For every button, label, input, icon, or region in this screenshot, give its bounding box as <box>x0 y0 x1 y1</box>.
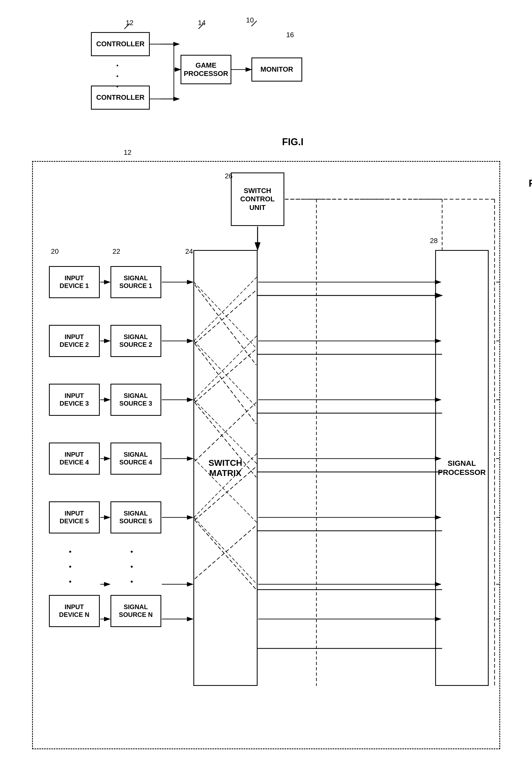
signal-source-1-box: SIGNALSOURCE 1 <box>110 266 161 298</box>
fig2-area: 12 FIG.2 SWITCHCONTROLUNIT 26 SWITCHMATR… <box>32 161 500 749</box>
device-dots-left: ••• <box>69 544 72 589</box>
game-processor-label: GAMEPROCESSOR <box>184 61 228 78</box>
fig1-label: FIG.I <box>75 136 511 148</box>
input-device-3-box: INPUTDEVICE 3 <box>49 384 100 416</box>
source-dots-left: ••• <box>131 544 133 589</box>
signal-source-5-label: SIGNALSOURCE 5 <box>119 510 152 525</box>
fig2-svg <box>33 162 499 748</box>
input-device-4-box: INPUTDEVICE 4 <box>49 443 100 475</box>
monitor-box: MONITOR <box>251 57 302 82</box>
controller-dots: ••• <box>116 60 118 92</box>
signal-source-5-box: SIGNALSOURCE 5 <box>110 501 161 533</box>
switch-control-unit-box: SWITCHCONTROLUNIT <box>231 173 284 226</box>
ref-12-fig1: 12 <box>126 19 134 27</box>
signal-source-1-label: SIGNALSOURCE 1 <box>119 274 152 290</box>
signal-source-4-label: SIGNALSOURCE 4 <box>119 451 152 466</box>
input-device-2-box: INPUTDEVICE 2 <box>49 325 100 357</box>
monitor-label: MONITOR <box>260 65 293 74</box>
input-device-1-label: INPUTDEVICE 1 <box>60 274 89 290</box>
signal-source-3-box: SIGNALSOURCE 3 <box>110 384 161 416</box>
fig2-arrows <box>33 162 499 748</box>
input-device-4-label: INPUTDEVICE 4 <box>60 451 89 466</box>
signal-processor-label: SIGNALPROCESSOR <box>438 459 486 477</box>
controller1-box: CONTROLLER <box>91 32 150 56</box>
ref-10: 10 <box>246 16 254 25</box>
controller2-box: CONTROLLER <box>91 86 150 110</box>
signal-source-4-box: SIGNALSOURCE 4 <box>110 443 161 475</box>
signal-source-n-box: SIGNALSOURCE N <box>110 595 161 627</box>
signal-source-n-label: SIGNALSOURCE N <box>119 603 153 619</box>
input-device-5-box: INPUTDEVICE 5 <box>49 501 100 533</box>
ref-12-fig2: 12 <box>124 148 132 157</box>
input-device-n-label: INPUTDEVICE N <box>59 603 89 619</box>
game-processor-box: GAMEPROCESSOR <box>181 55 231 84</box>
input-device-1-box: INPUTDEVICE 1 <box>49 266 100 298</box>
signal-processor-box: SIGNALPROCESSOR <box>435 250 489 686</box>
signal-source-2-box: SIGNALSOURCE 2 <box>110 325 161 357</box>
switch-control-unit-label: SWITCHCONTROLUNIT <box>240 187 275 212</box>
input-device-2-label: INPUTDEVICE 2 <box>60 333 89 349</box>
ref-26: 26 <box>225 172 233 180</box>
ref-28: 28 <box>430 237 438 245</box>
signal-source-2-label: SIGNALSOURCE 2 <box>119 333 152 349</box>
ref-22: 22 <box>112 247 120 256</box>
controller2-label: CONTROLLER <box>96 93 145 102</box>
fig2-label: FIG.2 <box>529 178 532 189</box>
ref-16: 16 <box>286 31 294 39</box>
ref-20: 20 <box>51 247 59 256</box>
signal-source-3-label: SIGNALSOURCE 3 <box>119 392 152 407</box>
input-device-5-label: INPUTDEVICE 5 <box>60 510 89 525</box>
page: 12 14 10 16 <box>0 0 532 780</box>
controller1-label: CONTROLLER <box>96 40 145 48</box>
input-device-3-label: INPUTDEVICE 3 <box>60 392 89 407</box>
input-device-n-box: INPUTDEVICE N <box>49 595 100 627</box>
switch-matrix-label: SWITCHMATRIX <box>208 458 242 478</box>
ref-24: 24 <box>185 247 193 256</box>
switch-matrix-box: SWITCHMATRIX <box>193 250 257 686</box>
ref-14: 14 <box>198 19 206 27</box>
